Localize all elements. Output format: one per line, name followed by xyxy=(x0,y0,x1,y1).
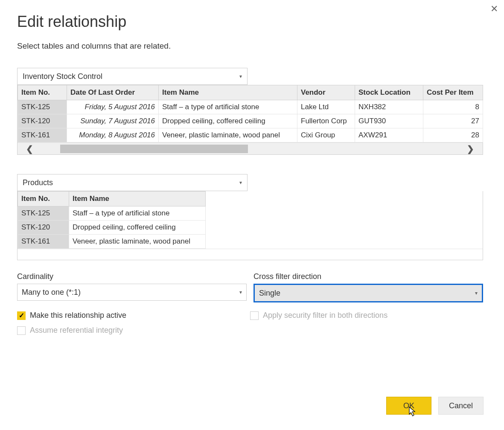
second-table-select[interactable]: Products ▾ xyxy=(17,174,248,191)
dialog-subtitle: Select tables and columns that are relat… xyxy=(17,41,487,51)
table-header-row: Item No. Date Of Last Order Item Name Ve… xyxy=(18,85,483,100)
cell-loc: AXW291 xyxy=(355,128,423,142)
scroll-right-icon[interactable]: ❯ xyxy=(467,144,474,154)
horizontal-scrollbar[interactable]: ❮ ❯ xyxy=(17,142,483,154)
cell-name: Staff – a type of artificial stone xyxy=(159,100,297,114)
cell-cost: 27 xyxy=(423,114,483,128)
cell-vendor: Cixi Group xyxy=(297,128,355,142)
cell-item-no: STK-125 xyxy=(18,100,67,114)
cell-date: Friday, 5 August 2016 xyxy=(67,100,159,114)
cross-filter-select[interactable]: Single ▾ xyxy=(253,284,483,302)
cell-item-no: STK-120 xyxy=(18,114,67,128)
first-table-preview: Item No. Date Of Last Order Item Name Ve… xyxy=(17,85,483,155)
second-table-preview: Item No. Item Name STK-125 Staff – a typ… xyxy=(17,191,483,260)
scroll-thumb[interactable] xyxy=(60,145,248,153)
col-header[interactable]: Item No. xyxy=(18,85,67,100)
cell-item-no: STK-120 xyxy=(18,221,69,235)
chevron-down-icon: ▾ xyxy=(475,290,478,296)
cross-filter-value: Single xyxy=(259,289,280,298)
cell-loc: NXH382 xyxy=(355,100,423,114)
table-row[interactable]: STK-161 Veneer, plastic laminate, wood p… xyxy=(18,235,206,249)
cell-item-no: STK-161 xyxy=(18,235,69,249)
col-header[interactable]: Item Name xyxy=(159,85,297,100)
cell-loc: GUT930 xyxy=(355,114,423,128)
referential-checkbox-label: Assume referential integrity xyxy=(30,326,123,335)
table-row[interactable]: STK-120 Dropped ceiling, coffered ceilin… xyxy=(18,221,206,235)
cell-vendor: Fullerton Corp xyxy=(297,114,355,128)
scroll-left-icon[interactable]: ❮ xyxy=(26,144,33,154)
second-table-select-value: Products xyxy=(23,178,53,187)
active-checkbox-row[interactable]: Make this relationship active xyxy=(17,311,250,320)
cardinality-select[interactable]: Many to one (*:1) ▾ xyxy=(17,284,247,301)
cell-item-no: STK-125 xyxy=(18,206,69,221)
active-checkbox-label: Make this relationship active xyxy=(30,311,126,320)
col-header[interactable]: Vendor xyxy=(297,85,355,100)
cell-name: Veneer, plastic laminate, wood panel xyxy=(69,235,206,249)
table-row[interactable]: STK-125 Friday, 5 August 2016 Staff – a … xyxy=(18,100,483,114)
chevron-down-icon: ▾ xyxy=(239,180,242,186)
checkbox-checked-icon[interactable] xyxy=(17,311,26,320)
cell-cost: 8 xyxy=(423,100,483,114)
cell-item-no: STK-161 xyxy=(18,128,67,142)
ok-button-label: OK xyxy=(403,401,414,410)
cell-cost: 28 xyxy=(423,128,483,142)
cell-name: Staff – a type of artificial stone xyxy=(69,206,206,221)
chevron-down-icon: ▾ xyxy=(239,73,242,79)
security-checkbox-row: Apply security filter in both directions xyxy=(250,311,483,320)
cancel-button-label: Cancel xyxy=(449,401,473,410)
col-header[interactable]: Date Of Last Order xyxy=(67,85,159,100)
table-header-row: Item No. Item Name xyxy=(18,192,206,206)
cell-name: Dropped ceiling, coffered ceiling xyxy=(69,221,206,235)
first-table-select-value: Inventory Stock Control xyxy=(23,72,102,81)
col-header[interactable]: Cost Per Item xyxy=(423,85,483,100)
table-row[interactable]: STK-120 Sunday, 7 August 2016 Dropped ce… xyxy=(18,114,483,128)
col-header[interactable]: Stock Location xyxy=(355,85,423,100)
cross-filter-label: Cross filter direction xyxy=(253,272,483,281)
first-table-select[interactable]: Inventory Stock Control ▾ xyxy=(17,68,248,85)
checkbox-unchecked-icon xyxy=(250,311,259,320)
col-header[interactable]: Item No. xyxy=(18,192,69,206)
cell-name: Veneer, plastic laminate, wood panel xyxy=(159,128,297,142)
dialog-title: Edit relationship xyxy=(17,13,487,31)
table-footer-blank xyxy=(17,249,483,260)
chevron-down-icon: ▾ xyxy=(239,289,242,295)
cell-vendor: Lake Ltd xyxy=(297,100,355,114)
cancel-button[interactable]: Cancel xyxy=(438,397,484,415)
cardinality-value: Many to one (*:1) xyxy=(22,288,81,297)
checkbox-unchecked-icon xyxy=(17,326,26,335)
table-row[interactable]: STK-125 Staff – a type of artificial sto… xyxy=(18,206,206,221)
ok-button[interactable]: OK xyxy=(386,397,431,415)
security-checkbox-label: Apply security filter in both directions xyxy=(263,311,387,320)
col-header[interactable]: Item Name xyxy=(69,192,206,206)
referential-checkbox-row: Assume referential integrity xyxy=(17,326,250,335)
table-row[interactable]: STK-161 Monday, 8 August 2016 Veneer, pl… xyxy=(18,128,483,142)
cell-date: Sunday, 7 August 2016 xyxy=(67,114,159,128)
cell-name: Dropped ceiling, coffered ceiling xyxy=(159,114,297,128)
cell-date: Monday, 8 August 2016 xyxy=(67,128,159,142)
cardinality-label: Cardinality xyxy=(17,272,247,281)
close-icon[interactable]: ✕ xyxy=(490,4,498,14)
